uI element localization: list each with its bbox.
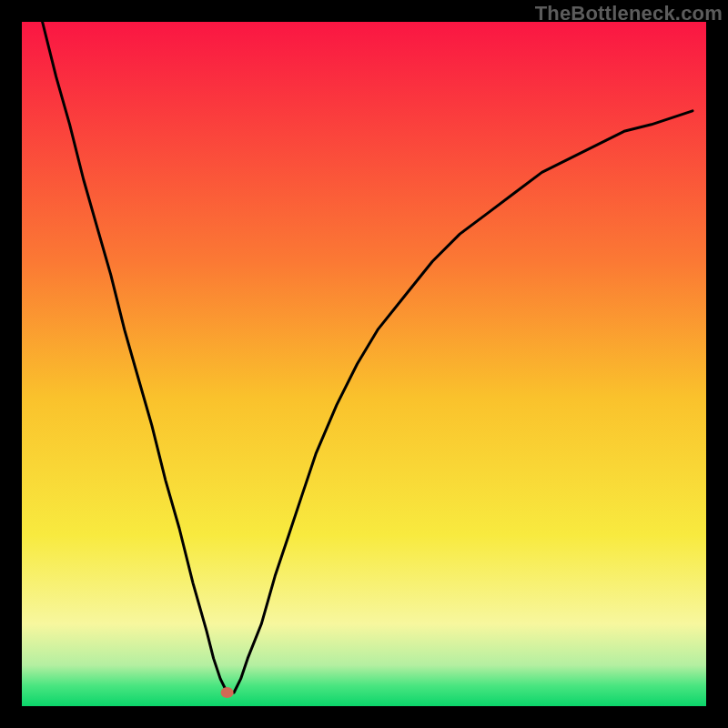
plot-area: [22, 22, 706, 706]
optimum-marker: [221, 687, 234, 698]
watermark-text: TheBottleneck.com: [535, 2, 723, 25]
bottleneck-chart: [0, 0, 728, 728]
chart-frame: TheBottleneck.com: [0, 0, 728, 728]
